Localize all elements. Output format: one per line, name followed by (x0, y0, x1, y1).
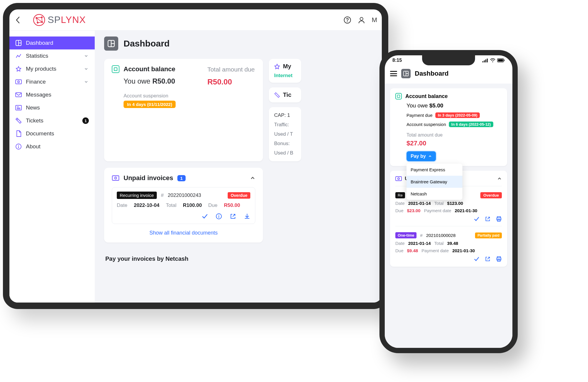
suspension-label: Account suspension (124, 93, 255, 99)
sidebar-item-label: Dashboard (26, 40, 53, 46)
invoice-status: Overdue (480, 192, 502, 198)
svg-rect-33 (485, 59, 486, 62)
battery-icon (497, 58, 505, 62)
wifi-icon (490, 58, 495, 62)
sidebar-item-about[interactable]: About (9, 140, 95, 153)
logo-text: SPLYNX (48, 14, 86, 25)
check-icon[interactable] (474, 216, 479, 222)
balance-icon (395, 93, 402, 99)
chevron-down-icon (84, 53, 89, 59)
signal-icon (482, 58, 488, 62)
hamburger-menu[interactable] (390, 71, 397, 76)
sidebar-item-documents[interactable]: Documents (9, 127, 95, 140)
dashboard-icon (15, 40, 22, 46)
invoices-title: Unpaid invoices (124, 174, 173, 182)
help-icon[interactable] (344, 16, 351, 24)
page-title-icon (401, 69, 411, 78)
cash-icon (112, 175, 119, 181)
svg-rect-32 (484, 60, 485, 62)
invoice-number: 202101000028 (426, 233, 456, 238)
back-button[interactable] (14, 16, 21, 24)
suspension-line: Account suspension In 6 days (2022-05-12… (407, 122, 502, 127)
phone-notch (422, 55, 475, 65)
news-icon (15, 104, 22, 111)
svg-point-12 (18, 81, 19, 83)
info-circle-icon[interactable] (216, 213, 222, 220)
external-link-icon[interactable] (485, 216, 491, 222)
phone-title-bar: Dashboard (385, 65, 512, 84)
phone-page-title: Dashboard (415, 70, 449, 77)
invoice-status: Partially paid (475, 232, 502, 238)
download-icon[interactable] (244, 213, 250, 220)
svg-point-6 (347, 21, 348, 22)
check-icon[interactable] (474, 256, 479, 262)
collapse-toggle[interactable] (497, 176, 502, 181)
phone-invoice-item[interactable]: One-time # 202101000028 Partially paid D… (395, 226, 502, 262)
svg-rect-25 (114, 68, 117, 71)
sidebar-item-messages[interactable]: Messages (9, 88, 95, 101)
sidebar-item-label: About (26, 143, 41, 150)
cash-icon (395, 175, 402, 182)
page-title: Dashboard (124, 39, 170, 49)
svg-rect-31 (482, 61, 483, 62)
sidebar-item-label: Tickets (26, 117, 43, 124)
collapse-toggle[interactable] (250, 175, 255, 181)
badge-count: 1 (82, 117, 89, 124)
user-icon[interactable] (358, 16, 365, 24)
chevron-down-icon (84, 66, 89, 72)
print-icon[interactable] (496, 216, 502, 222)
sidebar-item-statistics[interactable]: Statistics (9, 49, 95, 62)
print-icon[interactable] (496, 256, 502, 262)
check-icon[interactable] (201, 213, 208, 220)
invoice-item[interactable]: Recurring invoice # 202201000243 Overdue… (112, 187, 255, 224)
invoice-tag: Re (395, 192, 405, 198)
external-link-icon[interactable] (230, 213, 236, 220)
dropdown-item[interactable]: Payment Express (407, 164, 462, 176)
sidebar-item-tickets[interactable]: Tickets 1 (9, 114, 95, 127)
invoice-status: Overdue (228, 192, 250, 199)
sidebar-item-products[interactable]: My products (9, 62, 95, 75)
sidebar-item-label: News (26, 104, 40, 111)
sidebar-item-label: Messages (26, 92, 51, 98)
my-products-card[interactable]: My Internet (269, 59, 301, 83)
tickets-card[interactable]: Tic (269, 87, 301, 102)
logo-mark-icon (33, 14, 45, 26)
star-icon (15, 66, 22, 72)
balance-title: Account balance (405, 93, 448, 99)
svg-rect-14 (16, 105, 21, 110)
sidebar-item-finance[interactable]: Finance (9, 75, 95, 88)
pay-netcash-heading: Pay your invoices by Netcash (105, 255, 372, 262)
svg-point-18 (17, 119, 18, 120)
cash-icon (15, 79, 22, 85)
stats-card: CAP: 1 Traffic: Used / T Bonus: Used / B (269, 107, 301, 161)
svg-point-44 (398, 178, 399, 180)
tablet-header: SPLYNX M (9, 9, 382, 31)
sidebar-item-label: Documents (26, 130, 54, 137)
pay-by-button[interactable]: Pay by (407, 151, 436, 161)
sidebar: Dashboard Statistics My products Finance… (9, 31, 95, 303)
info-icon (15, 143, 22, 150)
dropdown-item[interactable]: Netcash (407, 188, 462, 200)
header-letter: M (372, 16, 377, 24)
dropdown-item[interactable]: Braintree Gateway (407, 176, 462, 188)
payment-due-line: Payment due In 3 days (2022-05-09) (407, 112, 502, 118)
svg-rect-43 (396, 177, 402, 181)
total-due-label: Total amount due (207, 65, 255, 73)
sidebar-item-dashboard[interactable]: Dashboard (9, 36, 95, 49)
show-all-link[interactable]: Show all financial documents (112, 230, 255, 236)
svg-point-27 (115, 177, 117, 179)
total-due-amount: $27.00 (407, 139, 502, 147)
product-internet: Internet (274, 73, 296, 79)
file-icon (15, 130, 22, 137)
ticket-icon (15, 117, 22, 124)
invoice-tag: Recurring invoice (117, 192, 157, 199)
star-icon (274, 64, 280, 69)
svg-rect-42 (397, 95, 400, 98)
total-due-label: Total amount due (407, 132, 502, 138)
ticket-icon (274, 92, 280, 98)
external-link-icon[interactable] (485, 256, 491, 262)
svg-rect-38 (504, 59, 504, 61)
sidebar-item-news[interactable]: News (9, 101, 95, 114)
account-balance-card: Account balance You owe R50.00 Account s… (104, 59, 263, 161)
invoice-count: 1 (177, 175, 186, 181)
